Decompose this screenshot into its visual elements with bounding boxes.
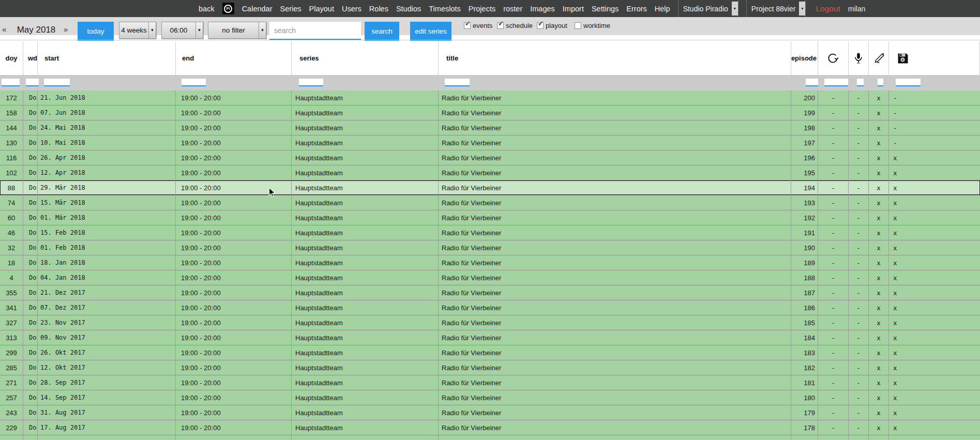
search-input[interactable] [269,22,361,40]
table-row[interactable]: 285Do,12. Okt 201719:00 - 20:00Hauptstad… [0,360,980,375]
filter-wd-input[interactable] [26,79,39,86]
table-row[interactable]: 257Do,14. Sep 201719:00 - 20:00Hauptstad… [0,390,980,405]
checkbox-playout[interactable]: playout [537,22,567,29]
column-header-start[interactable]: start [38,41,176,75]
column-header-title[interactable]: title [439,41,791,75]
table-row[interactable]: 172Do,21. Jun 201819:00 - 20:00Hauptstad… [0,90,980,105]
cell-end: 19:00 - 20:00 [176,390,292,405]
search-button[interactable]: search [365,22,399,41]
table-row[interactable]: 116Do,26. Apr 201819:00 - 20:00Hauptstad… [0,150,980,165]
cell-doy [0,435,23,440]
column-header-wd[interactable]: wd [23,41,38,75]
filter-saved-input[interactable] [896,79,921,86]
cell-live: - [849,330,869,345]
nav-item-import[interactable]: Import [563,5,584,13]
nav-item-roster[interactable]: roster [503,5,522,13]
checkbox-events[interactable]: events [464,22,492,29]
filter-doy-input[interactable] [2,79,20,86]
filter-episode-input[interactable] [806,79,818,86]
nav-item-images[interactable]: Images [530,5,555,13]
nav-item-help[interactable]: Help [655,5,670,13]
chevron-down-icon[interactable]: ▼ [259,22,266,38]
cell-live: - [849,375,869,390]
prev-month-button[interactable]: « [2,25,6,34]
nav-item-calendar[interactable]: Calendar [242,5,273,13]
chevron-down-icon[interactable]: ▼ [148,22,156,38]
checkbox-worktime[interactable]: worktime [575,22,610,29]
filter-title-input[interactable] [445,79,470,86]
column-header-series[interactable]: series [292,41,439,75]
table-row[interactable]: 130Do,10. Mai 201819:00 - 20:00Hauptstad… [0,135,980,150]
project-dropdown[interactable]: Project 88vier ▼ [746,0,806,17]
edit-series-button[interactable]: edit series [410,22,451,41]
cell-start: 21. Dez 2017 [38,285,176,300]
next-month-button[interactable]: » [64,25,68,34]
table-row[interactable]: 271Do,28. Sep 201719:00 - 20:00Hauptstad… [0,375,980,390]
filter-end-input[interactable] [182,79,206,86]
table-row[interactable]: 74Do,15. Mär 201819:00 - 20:00Hauptstadt… [0,195,980,210]
column-header-draft[interactable] [869,41,889,75]
table-row[interactable]: 313Do,09. Nov 201719:00 - 20:00Hauptstad… [0,330,980,345]
checkbox-schedule[interactable]: schedule [497,22,533,29]
table-row[interactable]: 355Do,21. Dez 201719:00 - 20:00Hauptstad… [0,285,980,300]
cell-wd: Do, [23,405,38,420]
nav-item-users[interactable]: Users [342,5,361,13]
time-select[interactable]: 06:00 ▼ [161,22,203,39]
nav-item-series[interactable]: Series [280,5,301,13]
cell-episode: 196 [791,150,818,165]
filter-series-input[interactable] [299,79,323,86]
checkbox-checked-icon[interactable] [497,22,504,29]
table-row[interactable]: 158Do,07. Jun 201819:00 - 20:00Hauptstad… [0,105,980,120]
back-button[interactable]: back [199,5,215,13]
table-row[interactable]: 46Do,15. Feb 201819:00 - 20:00Hauptstadt… [0,225,980,240]
logout-link[interactable]: Logout [816,4,840,13]
table-row[interactable]: 229Do,17. Aug 201719:00 - 20:00Hauptstad… [0,420,980,435]
table-row[interactable]: 341Do,07. Dez 201719:00 - 20:00Hauptstad… [0,300,980,315]
range-select[interactable]: 4 weeks ▼ [119,22,156,39]
cell-live: - [849,225,869,240]
filter-start-input[interactable] [44,79,70,86]
checkbox-checked-icon[interactable] [537,22,544,29]
column-header-episode[interactable]: episode [791,41,818,75]
app-logo[interactable]: PI [222,3,234,14]
nav-item-errors[interactable]: Errors [626,5,646,13]
table-row[interactable]: 60Do,01. Mär 201819:00 - 20:00Hauptstadt… [0,210,980,225]
filter-live-input[interactable] [857,79,864,86]
column-header-rerun[interactable] [818,41,849,75]
studio-dropdown[interactable]: Studio Piradio ▼ [678,0,738,17]
filter-draft-input[interactable] [878,79,883,86]
table-row[interactable]: 88Do,29. Mär 201819:00 - 20:00Hauptstadt… [0,180,980,195]
column-header-saved[interactable] [889,41,980,75]
cell-live: - [849,270,869,285]
nav-item-projects[interactable]: Projects [469,5,495,13]
column-header-live[interactable] [849,41,869,75]
table-row[interactable]: 102Do,12. Apr 201819:00 - 20:00Hauptstad… [0,165,980,180]
table-row[interactable]: 32Do,01. Feb 201819:00 - 20:00Hauptstadt… [0,240,980,255]
cell-start: 07. Dez 2017 [38,300,176,315]
nav-item-playout[interactable]: Playout [309,5,334,13]
cell-rerun: - [818,405,849,420]
table-row[interactable]: 4Do,04. Jan 201819:00 - 20:00Hauptstadtt… [0,270,980,285]
table-row[interactable] [0,435,980,440]
table-row[interactable]: 144Do,24. Mai 201819:00 - 20:00Hauptstad… [0,120,980,135]
table-row[interactable]: 243Do,31. Aug 201719:00 - 20:00Hauptstad… [0,405,980,420]
column-header-end[interactable]: end [176,41,292,75]
table-row[interactable]: 18Do,18. Jan 201819:00 - 20:00Hauptstadt… [0,255,980,270]
chevron-down-icon[interactable]: ▼ [799,2,805,16]
nav-item-roles[interactable]: Roles [369,5,388,13]
checkbox-checked-icon[interactable] [464,22,471,29]
chevron-down-icon[interactable]: ▼ [732,2,738,16]
cell-start: 26. Apr 2018 [38,150,176,165]
cell-live: - [849,390,869,405]
table-row[interactable]: 299Do,26. Okt 201719:00 - 20:00Hauptstad… [0,345,980,360]
column-header-doy[interactable]: doy [0,41,23,75]
nav-item-studios[interactable]: Studios [396,5,421,13]
today-button[interactable]: today [78,22,114,41]
filter-rerun-input[interactable] [824,79,848,86]
nav-item-settings[interactable]: Settings [592,5,619,13]
chevron-down-icon[interactable]: ▼ [195,22,203,38]
checkbox-unchecked-icon[interactable] [575,22,581,29]
table-row[interactable]: 327Do,23. Nov 201719:00 - 20:00Hauptstad… [0,315,980,330]
nav-item-timeslots[interactable]: Timeslots [429,5,461,13]
filter-select[interactable]: no filter ▼ [208,22,266,39]
